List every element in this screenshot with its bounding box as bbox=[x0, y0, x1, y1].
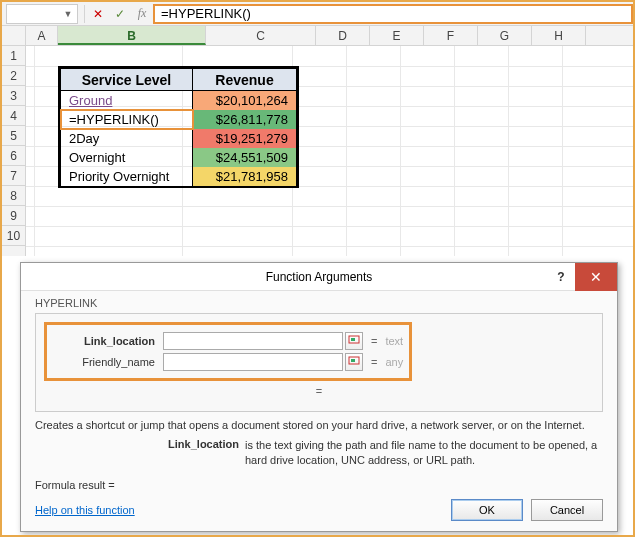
service-cell[interactable]: Overnight bbox=[61, 148, 193, 167]
dialog-title: Function Arguments bbox=[266, 270, 373, 284]
result-equals: = bbox=[44, 385, 594, 397]
dialog-close-icon[interactable]: ✕ bbox=[575, 263, 617, 291]
argument-hint: text bbox=[385, 335, 403, 347]
argument-label: Link_location bbox=[53, 335, 163, 347]
function-name: HYPERLINK bbox=[35, 297, 603, 309]
function-arguments-dialog: Function Arguments ? ✕ HYPERLINK Link_lo… bbox=[20, 262, 618, 532]
insert-function-icon[interactable]: fx bbox=[131, 4, 153, 24]
revenue-cell[interactable]: $20,101,264 bbox=[193, 91, 297, 111]
column-header-C[interactable]: C bbox=[206, 26, 316, 45]
row-header-2[interactable]: 2 bbox=[2, 66, 25, 86]
range-selector-icon[interactable] bbox=[345, 353, 363, 371]
row-header-9[interactable]: 9 bbox=[2, 206, 25, 226]
column-header-G[interactable]: G bbox=[478, 26, 532, 45]
name-box[interactable]: ▼ bbox=[6, 4, 78, 24]
divider bbox=[84, 5, 85, 23]
dialog-titlebar[interactable]: Function Arguments ? ✕ bbox=[21, 263, 617, 291]
argument-detail-text: is the text giving the path and file nam… bbox=[245, 438, 603, 467]
argument-detail-label: Link_location bbox=[35, 438, 245, 467]
row-header-8[interactable]: 8 bbox=[2, 186, 25, 206]
row-header-3[interactable]: 3 bbox=[2, 86, 25, 106]
revenue-cell[interactable]: $24,551,509 bbox=[193, 148, 297, 167]
table-row: Priority Overnight$21,781,958 bbox=[61, 167, 297, 186]
dialog-help-icon[interactable]: ? bbox=[547, 263, 575, 291]
row-header-5[interactable]: 5 bbox=[2, 126, 25, 146]
help-on-function-link[interactable]: Help on this function bbox=[35, 504, 135, 516]
row-header-10[interactable]: 10 bbox=[2, 226, 25, 246]
argument-input[interactable] bbox=[163, 353, 343, 371]
cells-area[interactable]: Service LevelRevenueGround$20,101,264=HY… bbox=[26, 46, 633, 256]
argument-detail: Link_location is the text giving the pat… bbox=[35, 438, 603, 467]
row-header-6[interactable]: 6 bbox=[2, 146, 25, 166]
column-header-E[interactable]: E bbox=[370, 26, 424, 45]
name-box-dropdown-icon[interactable]: ▼ bbox=[63, 9, 73, 19]
ok-button[interactable]: OK bbox=[451, 499, 523, 521]
function-description: Creates a shortcut or jump that opens a … bbox=[35, 418, 603, 432]
column-header-A[interactable]: A bbox=[26, 26, 58, 45]
service-cell[interactable]: =HYPERLINK() bbox=[61, 110, 193, 129]
column-header-D[interactable]: D bbox=[316, 26, 370, 45]
enter-entry-icon[interactable]: ✓ bbox=[109, 4, 131, 24]
cancel-button[interactable]: Cancel bbox=[531, 499, 603, 521]
service-cell[interactable]: Priority Overnight bbox=[61, 167, 193, 186]
select-all-corner[interactable] bbox=[2, 26, 26, 45]
table-row: Overnight$24,551,509 bbox=[61, 148, 297, 167]
argument-row: Link_location=text bbox=[53, 332, 403, 350]
row-header-4[interactable]: 4 bbox=[2, 106, 25, 126]
cancel-entry-icon[interactable]: ✕ bbox=[87, 4, 109, 24]
equals-sign: = bbox=[371, 335, 377, 347]
formula-bar: ▼ ✕ ✓ fx =HYPERLINK() bbox=[2, 2, 633, 26]
grid-body: 12345678910 Service LevelRevenueGround$2… bbox=[2, 46, 633, 256]
arguments-group: Link_location=textFriendly_name=any = bbox=[35, 313, 603, 412]
table-row: 2Day$19,251,279 bbox=[61, 129, 297, 148]
argument-row: Friendly_name=any bbox=[53, 353, 403, 371]
column-headers: ABCDEFGH bbox=[2, 26, 633, 46]
argument-input[interactable] bbox=[163, 332, 343, 350]
row-header-1[interactable]: 1 bbox=[2, 46, 25, 66]
data-table: Service LevelRevenueGround$20,101,264=HY… bbox=[58, 66, 299, 188]
formula-text: =HYPERLINK() bbox=[161, 6, 251, 21]
column-header-H[interactable]: H bbox=[532, 26, 586, 45]
column-header-B[interactable]: B bbox=[58, 26, 206, 45]
revenue-cell[interactable]: $19,251,279 bbox=[193, 129, 297, 148]
formula-result-label: Formula result = bbox=[35, 479, 115, 491]
argument-hint: any bbox=[385, 356, 403, 368]
argument-label: Friendly_name bbox=[53, 356, 163, 368]
table-header: Service Level bbox=[61, 69, 193, 91]
service-cell[interactable]: 2Day bbox=[61, 129, 193, 148]
table-header: Revenue bbox=[193, 69, 297, 91]
table-row: Ground$20,101,264 bbox=[61, 91, 297, 111]
equals-sign: = bbox=[371, 356, 377, 368]
service-cell[interactable]: Ground bbox=[61, 91, 193, 111]
column-header-F[interactable]: F bbox=[424, 26, 478, 45]
formula-input[interactable]: =HYPERLINK() bbox=[153, 4, 633, 24]
svg-rect-1 bbox=[351, 338, 355, 341]
row-headers: 12345678910 bbox=[2, 46, 26, 256]
revenue-cell[interactable]: $21,781,958 bbox=[193, 167, 297, 186]
range-selector-icon[interactable] bbox=[345, 332, 363, 350]
formula-result: Formula result = bbox=[35, 479, 603, 491]
svg-rect-3 bbox=[351, 359, 355, 362]
table-row: =HYPERLINK()$26,811,778 bbox=[61, 110, 297, 129]
revenue-cell[interactable]: $26,811,778 bbox=[193, 110, 297, 129]
row-header-7[interactable]: 7 bbox=[2, 166, 25, 186]
